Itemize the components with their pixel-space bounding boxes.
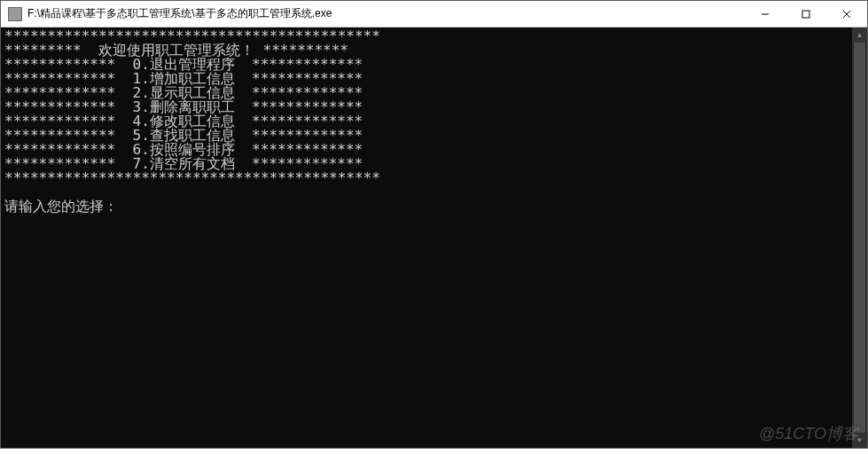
console-output[interactable]: ****************************************… (1, 27, 852, 448)
scroll-up-button[interactable]: ▲ (852, 27, 867, 43)
titlebar[interactable]: F:\精品课程\基于多态职工管理系统\基于多态的职工管理系统.exe (1, 1, 867, 27)
prompt-text: 请输入您的选择： (4, 198, 118, 215)
console-area: ****************************************… (1, 27, 867, 448)
chevron-up-icon: ▲ (856, 31, 864, 39)
menu-border-bottom: ****************************************… (4, 169, 380, 186)
window-title: F:\精品课程\基于多态职工管理系统\基于多态的职工管理系统.exe (27, 6, 332, 21)
chevron-down-icon: ▼ (856, 436, 864, 444)
svg-rect-1 (802, 11, 809, 18)
app-icon (8, 7, 22, 21)
vertical-scrollbar[interactable]: ▲ ▼ (852, 27, 867, 448)
app-window: F:\精品课程\基于多态职工管理系统\基于多态的职工管理系统.exe *****… (0, 0, 868, 449)
scrollbar-thumb[interactable] (854, 43, 865, 433)
minimize-icon (761, 10, 770, 19)
scroll-down-button[interactable]: ▼ (852, 433, 867, 448)
maximize-button[interactable] (786, 1, 826, 27)
close-button[interactable] (826, 1, 867, 27)
maximize-icon (802, 10, 810, 19)
minimize-button[interactable] (745, 1, 786, 27)
close-icon (842, 10, 851, 19)
